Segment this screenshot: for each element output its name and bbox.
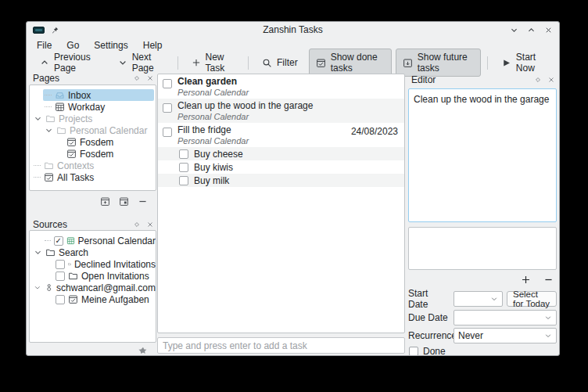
float-panel-icon[interactable]	[534, 76, 542, 84]
filter-button[interactable]: Filter	[255, 54, 305, 71]
pages-toolbar	[100, 196, 148, 207]
task-text-editor[interactable]: Clean up the wood in the garage	[408, 88, 557, 222]
task-title: Clean up the wood in the garage	[177, 101, 313, 111]
sources-toolbar	[138, 344, 148, 355]
pages-item-fosdem-1[interactable]: Fosdem	[30, 136, 156, 148]
task-source: Personal Calendar	[177, 112, 313, 121]
sources-panel-header: Sources	[29, 219, 157, 229]
task-row[interactable]: Clean garden Personal Calendar	[158, 74, 404, 99]
app-window: Zanshin Tasks File Go Settings Help Prev…	[26, 21, 560, 356]
source-item-open-invitations[interactable]: Open Invitations	[30, 270, 156, 282]
close-icon[interactable]	[544, 26, 553, 34]
account-icon	[45, 282, 53, 293]
task-title: Clean garden	[177, 77, 249, 87]
calendar-grid-icon	[55, 102, 65, 112]
tree-item-label: Contexts	[57, 160, 94, 171]
subtask-title: Buy milk	[194, 175, 229, 186]
add-attachment-button[interactable]	[520, 274, 531, 285]
close-panel-icon[interactable]	[547, 76, 555, 84]
tree-item-label: schwancarl@gmail.com	[56, 282, 156, 293]
recurrence-value: Never	[458, 330, 483, 341]
window-title: Zanshin Tasks	[27, 24, 559, 35]
float-panel-icon[interactable]	[133, 221, 141, 228]
start-date-label: Start Date	[408, 288, 450, 310]
task-row[interactable]: Clean up the wood in the garage Personal…	[158, 99, 404, 123]
chevron-down-icon[interactable]	[34, 283, 41, 292]
pages-panel-title: Pages	[33, 73, 133, 84]
start-date-combo[interactable]	[454, 291, 503, 307]
pages-tree: Inbox Workday Projects Personal Calendar	[29, 85, 156, 191]
minimize-icon[interactable]	[510, 26, 518, 34]
attachment-list[interactable]	[408, 227, 557, 270]
float-panel-icon[interactable]	[133, 74, 141, 82]
editor-panel: Editor Clean up the wood in the garage S…	[407, 73, 558, 353]
calendar-grid-icon	[66, 236, 75, 246]
source-checkbox[interactable]	[56, 272, 65, 281]
pages-item-fosdem-2[interactable]: Fosdem	[30, 148, 156, 160]
task-title: Fill the fridge	[177, 125, 249, 135]
app-icon	[33, 27, 45, 34]
add-project-icon[interactable]	[100, 196, 110, 207]
task-checkbox[interactable]	[179, 176, 188, 185]
default-source-star-icon[interactable]	[138, 346, 148, 355]
toolbar-separator	[487, 56, 488, 70]
search-icon	[262, 58, 272, 68]
sources-tree: Personal Calendar Search Declined Invita…	[29, 230, 156, 343]
task-checkbox[interactable]	[163, 103, 172, 113]
task-source: Personal Calendar	[177, 136, 249, 146]
chevron-up-icon	[40, 58, 49, 67]
add-context-icon[interactable]	[119, 196, 129, 207]
maximize-icon[interactable]	[527, 26, 536, 34]
pages-item-personal-calendar[interactable]: Personal Calendar	[30, 124, 156, 136]
calendar-check-icon	[44, 172, 54, 182]
remove-page-icon[interactable]	[138, 196, 148, 207]
task-checkbox[interactable]	[163, 128, 172, 137]
select-for-today-button[interactable]: Select for Today	[507, 291, 557, 307]
subtask-row[interactable]: Buy cheese	[158, 147, 404, 160]
chevron-down-icon[interactable]	[34, 248, 42, 257]
done-label: Done	[423, 346, 446, 357]
pages-item-workday[interactable]: Workday	[30, 101, 156, 113]
remove-attachment-button[interactable]	[543, 274, 554, 285]
source-item-account[interactable]: schwancarl@gmail.com	[30, 282, 156, 293]
task-checkbox[interactable]	[179, 149, 188, 159]
done-checkbox[interactable]	[409, 347, 418, 356]
calendar-check-icon	[68, 294, 78, 304]
source-checkbox[interactable]	[54, 236, 63, 246]
source-item-declined-invitations[interactable]: Declined Invitations	[30, 258, 156, 270]
desktop: { "titlebar": { "title": "Zanshin Tasks"…	[0, 0, 588, 392]
titlebar[interactable]: Zanshin Tasks	[27, 22, 559, 38]
subtask-row[interactable]: Buy milk	[158, 174, 404, 187]
chevron-down-icon[interactable]	[34, 114, 42, 123]
source-checkbox[interactable]	[56, 260, 65, 269]
task-checkbox[interactable]	[179, 163, 188, 172]
source-checkbox[interactable]	[56, 295, 65, 304]
add-task-input[interactable]	[157, 337, 405, 354]
source-item-personal-calendar[interactable]: Personal Calendar	[30, 235, 156, 246]
close-panel-icon[interactable]	[146, 221, 154, 228]
due-date-combo[interactable]	[454, 310, 557, 325]
chevron-down-icon[interactable]	[45, 126, 53, 135]
recurrence-combo[interactable]: Never	[454, 328, 557, 343]
folder-icon	[68, 259, 71, 269]
subtask-title: Buy cheese	[194, 149, 243, 160]
pages-item-contexts[interactable]: Contexts	[30, 160, 156, 171]
pages-item-projects[interactable]: Projects	[30, 113, 156, 124]
close-panel-icon[interactable]	[146, 74, 154, 82]
task-checkbox[interactable]	[163, 79, 172, 88]
calendar-check-icon	[66, 149, 77, 159]
folder-icon	[68, 271, 78, 281]
source-item-meine-aufgaben[interactable]: Meine Aufgaben	[30, 293, 156, 305]
source-item-search[interactable]: Search	[30, 246, 156, 258]
folder-icon	[45, 113, 56, 124]
subtask-row[interactable]: Buy kiwis	[158, 160, 404, 174]
task-row[interactable]: Fill the fridge Personal Calendar 24/08/…	[158, 123, 404, 147]
tree-item-label: Meine Aufgaben	[81, 294, 149, 305]
chevron-down-icon	[118, 58, 127, 67]
main-area: Pages Inbox Workday	[27, 73, 559, 355]
pages-item-inbox[interactable]: Inbox	[30, 89, 156, 101]
recurrence-row: Recurrence Never	[408, 328, 557, 343]
editor-panel-title: Editor	[411, 74, 534, 85]
task-list: Clean garden Personal Calendar Clean up …	[157, 74, 405, 333]
pages-item-all-tasks[interactable]: All Tasks	[30, 171, 156, 183]
